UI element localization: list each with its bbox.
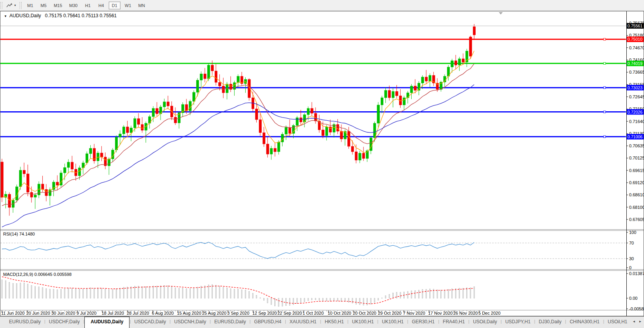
chart-background [0, 11, 644, 316]
macd-histogram-bar [101, 288, 102, 298]
candle-body [141, 125, 144, 130]
macd-histogram-bar [396, 292, 397, 298]
chart-tab-fra40-h1[interactable]: FRA40,H1 [439, 317, 468, 328]
macd-histogram-bar [109, 290, 109, 298]
macd-histogram-bar [293, 298, 294, 304]
timeframe-button-w1[interactable]: W1 [122, 2, 134, 9]
date-axis-label: 17 Nov 2020 [428, 311, 452, 315]
macd-axis-label: -0.005891 [629, 306, 644, 311]
window-menu-icon[interactable]: ▼ [4, 14, 7, 18]
level-badge-0.71006-text: 0.71006 [628, 134, 642, 139]
macd-histogram-bar [415, 290, 416, 298]
macd-histogram-bar [157, 286, 157, 298]
chart-tool-button[interactable]: ▼ [5, 2, 18, 9]
chart-tab-audusd-daily[interactable]: AUDUSD,Daily [84, 317, 130, 328]
candle-body [174, 117, 177, 123]
timeframe-button-m1[interactable]: M1 [24, 2, 36, 9]
macd-histogram-bar [263, 298, 264, 300]
timeframe-button-m15[interactable]: M15 [51, 2, 65, 9]
symbol-label: AUDUSD,Daily [9, 13, 41, 18]
macd-histogram-bar [389, 294, 390, 298]
chart-tab-usoil-h1[interactable]: USOil,H1 [604, 317, 631, 328]
macd-histogram-bar [64, 289, 65, 298]
chart-tab-eurusd-daily[interactable]: EURUSD,Daily [5, 317, 44, 328]
candle-body [288, 127, 291, 134]
macd-histogram-bar [245, 290, 246, 298]
price-axis-label: 0.68100 [629, 205, 644, 210]
candle-body [296, 118, 299, 125]
chart-tab-usdchf-daily[interactable]: USDCHF,Daily [46, 317, 84, 328]
level-handle-0.71006 [604, 136, 606, 138]
chart-tab-uk100-h1[interactable]: UK100,H1 [378, 317, 407, 328]
chart-tab-ger30-h1[interactable]: GER30,H1 [408, 317, 438, 328]
chart-tab-usdcad-daily[interactable]: USDCAD,Daily [131, 317, 170, 328]
tab-scroll-left-icon[interactable]: ◄ [631, 317, 637, 328]
macd-histogram-bar [370, 298, 371, 304]
macd-histogram-bar [459, 288, 460, 298]
chart-tab-hk50-h1[interactable]: HK50,H1 [321, 317, 347, 328]
macd-histogram-bar [186, 289, 187, 298]
chart-tab-usoil-daily[interactable]: USOil,Daily [469, 317, 500, 328]
date-axis-label: 26 Nov 2020 [453, 311, 478, 315]
candle-body [196, 80, 199, 92]
macd-histogram-bar [363, 298, 364, 305]
date-axis-label: 5 Dec 2020 [478, 311, 500, 315]
macd-histogram-bar [27, 284, 28, 298]
macd-histogram-bar [441, 290, 441, 298]
timeframe-button-h4[interactable]: H4 [95, 2, 107, 9]
candle-body [255, 109, 258, 120]
candle-body [115, 137, 118, 150]
timeframe-button-m5[interactable]: M5 [38, 2, 49, 9]
date-axis-label: 15 Aug 2020 [177, 311, 201, 315]
macd-histogram-bar [378, 298, 379, 300]
candle-body [219, 82, 221, 86]
macd-histogram-bar [134, 286, 135, 298]
candle-body [23, 170, 26, 174]
candle-body [403, 98, 406, 105]
macd-histogram-bar [160, 286, 161, 298]
macd-histogram-bar [153, 286, 153, 298]
toolbar-grip-2[interactable] [20, 2, 22, 9]
macd-histogram-bar [112, 290, 113, 298]
candle-body [204, 74, 206, 78]
macd-histogram-bar [249, 292, 250, 298]
price-chart[interactable]: 0.756750.751800.746700.741600.736650.731… [0, 0, 644, 328]
macd-histogram-bar [230, 289, 231, 298]
macd-histogram-bar [334, 298, 334, 301]
chart-tab-eurusd-daily[interactable]: EURUSD,Daily [211, 317, 250, 328]
date-axis-label: 6 Aug 2020 [152, 311, 174, 315]
macd-histogram-bar [204, 286, 205, 298]
candle-body [421, 77, 424, 83]
chart-tab-dj30-daily[interactable]: DJ30,Daily [535, 317, 565, 328]
chart-tab-gbpusd-h4[interactable]: GBPUSD,H4 [251, 317, 285, 328]
macd-histogram-bar [300, 298, 301, 303]
macd-histogram-bar [359, 298, 360, 304]
timeframe-button-m30[interactable]: M30 [66, 2, 80, 9]
macd-histogram-bar [116, 289, 117, 298]
macd-histogram-bar [444, 290, 445, 298]
macd-histogram-bar [337, 298, 338, 301]
macd-histogram-bar [418, 290, 419, 298]
macd-histogram-bar [381, 298, 382, 298]
level-badge-0.72026-text: 0.72026 [628, 110, 642, 114]
date-axis-label: 10 Oct 2020 [328, 311, 351, 315]
chart-tab-xauusd-h1[interactable]: XAUUSD,H1 [286, 317, 320, 328]
chart-tab-usdjpy-h1[interactable]: USDJPY,H1 [502, 317, 534, 328]
price-axis-label: 0.67605 [629, 217, 644, 222]
date-axis-label: 3 Sep 2020 [227, 311, 249, 315]
macd-histogram-bar [57, 290, 58, 298]
tab-scroll-right-icon[interactable]: ► [637, 317, 643, 328]
macd-histogram-bar [448, 290, 449, 298]
candle-body [237, 76, 240, 83]
chart-tab-usdcnh-daily[interactable]: USDCNH,Daily [171, 317, 210, 328]
macd-histogram-bar [131, 287, 131, 298]
toolbar-grip[interactable] [0, 2, 2, 9]
chart-tab-uk100-h1[interactable]: UK100,H1 [348, 317, 377, 328]
candle-body [270, 148, 273, 154]
timeframe-button-h1[interactable]: H1 [82, 2, 94, 9]
timeframe-button-d1[interactable]: D1 [109, 2, 120, 9]
chart-tab-china300-h1[interactable]: CHINA300,H1 [566, 317, 603, 328]
rsi-axis-label: 70 [629, 241, 634, 245]
timeframe-button-mn[interactable]: MN [135, 2, 148, 9]
macd-histogram-bar [182, 288, 183, 298]
